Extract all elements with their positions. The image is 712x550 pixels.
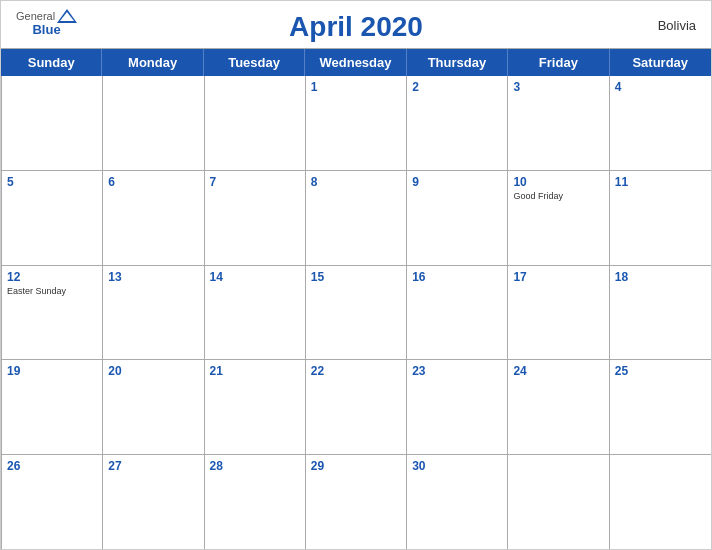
country-label: Bolivia [658,17,696,32]
day-number: 19 [7,364,97,378]
day-number: 22 [311,364,401,378]
day-headers: SundayMondayTuesdayWednesdayThursdayFrid… [1,49,711,76]
logo-area: General Blue [16,9,77,36]
day-number: 18 [615,270,706,284]
calendar-header: General Blue April 2020 Bolivia [1,1,711,48]
logo-general: General [16,11,55,22]
day-cell: 24 [508,360,609,454]
calendar-grid: SundayMondayTuesdayWednesdayThursdayFrid… [1,48,711,549]
day-number: 21 [210,364,300,378]
day-number: 8 [311,175,401,189]
day-cell [205,76,306,170]
day-number: 7 [210,175,300,189]
day-header-wednesday: Wednesday [305,49,406,76]
day-cell: 20 [103,360,204,454]
logo-icon [57,9,77,23]
day-cell: 18 [610,266,711,360]
day-header-thursday: Thursday [407,49,508,76]
week-row-4: 19202122232425 [2,360,711,455]
day-number: 6 [108,175,198,189]
day-cell: 7 [205,171,306,265]
day-cell: 29 [306,455,407,549]
day-number: 27 [108,459,198,473]
day-cell: 19 [2,360,103,454]
day-cell: 28 [205,455,306,549]
logo-blue: Blue [32,23,60,36]
day-number: 24 [513,364,603,378]
day-cell: 14 [205,266,306,360]
week-row-1: 1234 [2,76,711,171]
day-cell [103,76,204,170]
day-header-sunday: Sunday [1,49,102,76]
day-cell: 11 [610,171,711,265]
day-cell: 12Easter Sunday [2,266,103,360]
day-number: 17 [513,270,603,284]
day-number: 15 [311,270,401,284]
day-number: 10 [513,175,603,189]
day-number: 23 [412,364,502,378]
day-cell: 17 [508,266,609,360]
day-cell: 10Good Friday [508,171,609,265]
day-cell: 4 [610,76,711,170]
week-row-3: 12Easter Sunday131415161718 [2,266,711,361]
day-cell: 30 [407,455,508,549]
day-cell: 5 [2,171,103,265]
weeks-container: 12345678910Good Friday1112Easter Sunday1… [1,76,711,549]
week-row-5: 2627282930 [2,455,711,549]
day-number: 14 [210,270,300,284]
day-number: 28 [210,459,300,473]
day-cell [2,76,103,170]
day-number: 26 [7,459,97,473]
week-row-2: 5678910Good Friday11 [2,171,711,266]
day-cell: 3 [508,76,609,170]
day-cell: 15 [306,266,407,360]
holiday-label: Good Friday [513,191,603,202]
day-header-saturday: Saturday [610,49,711,76]
day-number: 3 [513,80,603,94]
day-cell: 8 [306,171,407,265]
day-number: 25 [615,364,706,378]
day-header-tuesday: Tuesday [204,49,305,76]
day-number: 2 [412,80,502,94]
month-title: April 2020 [289,11,423,43]
calendar-container: General Blue April 2020 Bolivia SundayMo… [0,0,712,550]
day-cell: 27 [103,455,204,549]
day-header-monday: Monday [102,49,203,76]
day-number: 30 [412,459,502,473]
day-cell: 9 [407,171,508,265]
holiday-label: Easter Sunday [7,286,97,297]
day-header-friday: Friday [508,49,609,76]
day-number: 20 [108,364,198,378]
day-number: 13 [108,270,198,284]
day-number: 4 [615,80,706,94]
day-cell: 6 [103,171,204,265]
day-cell [508,455,609,549]
day-number: 16 [412,270,502,284]
day-number: 11 [615,175,706,189]
day-cell: 21 [205,360,306,454]
day-cell: 2 [407,76,508,170]
day-cell: 1 [306,76,407,170]
day-number: 5 [7,175,97,189]
day-cell: 22 [306,360,407,454]
day-number: 29 [311,459,401,473]
day-number: 12 [7,270,97,284]
day-cell: 26 [2,455,103,549]
day-number: 1 [311,80,401,94]
day-cell: 23 [407,360,508,454]
day-cell: 16 [407,266,508,360]
day-cell [610,455,711,549]
day-cell: 25 [610,360,711,454]
day-cell: 13 [103,266,204,360]
day-number: 9 [412,175,502,189]
